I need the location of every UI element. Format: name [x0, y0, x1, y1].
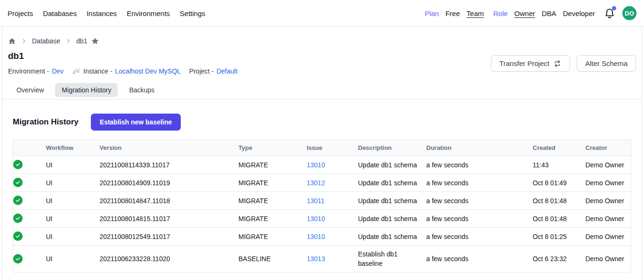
- title-row: db1 Environment - Dev Instance - Localho…: [2, 45, 642, 75]
- cell-description: Update db1 schema: [358, 156, 427, 174]
- page-container: Database db1 db1 Environment - Dev: [2, 27, 642, 280]
- cell-version: 20211008014909.11019: [100, 174, 239, 192]
- cell-creator: Demo Owner: [586, 156, 631, 174]
- issue-link[interactable]: 13010: [307, 161, 325, 169]
- cell-version: 20211008012549.11017: [100, 228, 239, 246]
- table-row[interactable]: UI 20211008014847.11018 MIGRATE 13011 Up…: [13, 192, 631, 210]
- top-nav: Projects Databases Instances Environment…: [0, 0, 644, 27]
- notifications-button[interactable]: [604, 7, 616, 19]
- role-option-dba[interactable]: DBA: [542, 9, 556, 17]
- environment-link[interactable]: Dev: [52, 67, 64, 75]
- role-option-developer[interactable]: Developer: [563, 9, 595, 17]
- role-option-owner[interactable]: Owner: [515, 9, 535, 17]
- cell-workflow: UI: [46, 210, 100, 228]
- success-check-icon: [13, 178, 23, 187]
- cell-version: 20211008014847.11018: [100, 192, 239, 210]
- swap-arrows-icon: [553, 59, 562, 68]
- nav-item-projects[interactable]: Projects: [8, 9, 33, 17]
- plan-option-team[interactable]: Team: [467, 9, 484, 17]
- cell-created: Oct 8 01:25: [533, 228, 586, 246]
- table-row[interactable]: UI 20211008012549.11017 MIGRATE 13010 Up…: [13, 228, 631, 246]
- project-label: Project -: [189, 67, 214, 75]
- cell-created: Oct 8 01:48: [533, 192, 586, 210]
- plan-option-free[interactable]: Free: [445, 9, 460, 17]
- tab-backups[interactable]: Backups: [122, 83, 161, 97]
- cell-creator: Demo Owner: [586, 210, 631, 228]
- chevron-right-icon: [65, 38, 72, 44]
- instance-link[interactable]: Localhost Dev MySQL: [115, 67, 181, 75]
- cell-duration: a few seconds: [427, 246, 533, 272]
- table-row[interactable]: UI 20211008014815.11017 MIGRATE 13010 Up…: [13, 210, 631, 228]
- cell-creator: Demo Owner: [586, 192, 631, 210]
- plan-label: Plan: [425, 9, 439, 17]
- alter-schema-button[interactable]: Alter Schema: [577, 55, 636, 72]
- cell-version: 20211008014815.11017: [100, 210, 239, 228]
- favorite-star-icon[interactable]: [91, 37, 99, 45]
- title-block: db1 Environment - Dev Instance - Localho…: [8, 45, 237, 75]
- column-type: Type: [239, 140, 307, 156]
- tab-migration-history[interactable]: Migration History: [55, 83, 118, 97]
- cell-version: 20211008114339.11017: [100, 156, 239, 174]
- page-title: db1: [8, 51, 237, 61]
- migration-table-body: UI 20211008114339.11017 MIGRATE 13010 Up…: [13, 156, 631, 272]
- notification-dot: [612, 6, 616, 10]
- cell-type: MIGRATE: [239, 174, 307, 192]
- table-header: Workflow Version Type Issue Description …: [13, 140, 631, 156]
- cell-duration: a few seconds: [427, 174, 533, 192]
- issue-link[interactable]: 13012: [307, 179, 325, 187]
- cell-type: BASELINE: [239, 246, 307, 272]
- nav-item-instances[interactable]: Instances: [87, 9, 117, 17]
- migration-history-table: Workflow Version Type Issue Description …: [13, 140, 631, 272]
- column-issue: Issue: [307, 140, 358, 156]
- table-row[interactable]: UI 20211008014909.11019 MIGRATE 13012 Up…: [13, 174, 631, 192]
- cell-type: MIGRATE: [239, 210, 307, 228]
- database-meta-line: Environment - Dev Instance - Localhost D…: [8, 67, 237, 75]
- column-status: [13, 140, 46, 156]
- transfer-project-button[interactable]: Transfer Project: [491, 55, 570, 72]
- nav-item-environments[interactable]: Environments: [127, 9, 170, 17]
- transfer-project-label: Transfer Project: [499, 59, 549, 67]
- tab-overview[interactable]: Overview: [10, 83, 50, 97]
- project-link[interactable]: Default: [217, 67, 237, 75]
- cell-type: MIGRATE: [239, 192, 307, 210]
- success-check-icon: [13, 214, 23, 223]
- tab-bar: Overview Migration History Backups: [2, 83, 642, 99]
- cell-description: Update db1 schema: [358, 192, 427, 210]
- column-creator: Creator: [586, 140, 631, 156]
- column-duration: Duration: [427, 140, 533, 156]
- cell-description: Update db1 schema: [358, 210, 427, 228]
- nav-item-settings[interactable]: Settings: [180, 9, 205, 17]
- cell-created: 11:43: [533, 156, 586, 174]
- cell-creator: Demo Owner: [586, 228, 631, 246]
- column-description: Description: [358, 140, 427, 156]
- cell-created: Oct 8 01:48: [533, 210, 586, 228]
- table-row[interactable]: UI 20211008114339.11017 MIGRATE 13010 Up…: [13, 156, 631, 174]
- cell-duration: a few seconds: [427, 156, 533, 174]
- success-check-icon: [13, 160, 23, 169]
- table-row[interactable]: UI 20211006233228.11020 BASELINE 13013 E…: [13, 246, 631, 272]
- issue-link[interactable]: 13010: [307, 233, 325, 240]
- cell-created: Oct 8 01:49: [533, 174, 586, 192]
- role-label: Role: [493, 9, 508, 17]
- cell-description: Update db1 schema: [358, 228, 427, 246]
- breadcrumb-database[interactable]: Database: [32, 37, 60, 45]
- success-check-icon: [13, 254, 23, 264]
- issue-link[interactable]: 13013: [307, 255, 325, 263]
- avatar[interactable]: DO: [622, 6, 636, 20]
- nav-item-databases[interactable]: Databases: [43, 9, 77, 17]
- issue-link[interactable]: 13011: [307, 197, 325, 205]
- column-workflow: Workflow: [46, 140, 100, 156]
- section-heading-row: Migration History Establish new baseline: [13, 114, 631, 131]
- issue-link[interactable]: 13010: [307, 215, 325, 222]
- cell-workflow: UI: [46, 174, 100, 192]
- page-actions: Transfer Project Alter Schema: [491, 55, 636, 72]
- tab-content: Migration History Establish new baseline…: [2, 114, 642, 272]
- home-icon[interactable]: [8, 37, 16, 45]
- cell-creator: Demo Owner: [586, 174, 631, 192]
- main-nav: Projects Databases Instances Environment…: [8, 9, 205, 17]
- mysql-icon: [72, 67, 80, 75]
- section-heading: Migration History: [13, 117, 79, 127]
- establish-baseline-button[interactable]: Establish new baseline: [91, 114, 181, 131]
- nav-right-cluster: Plan Free Team Role Owner DBA Developer …: [425, 6, 636, 20]
- column-version: Version: [100, 140, 239, 156]
